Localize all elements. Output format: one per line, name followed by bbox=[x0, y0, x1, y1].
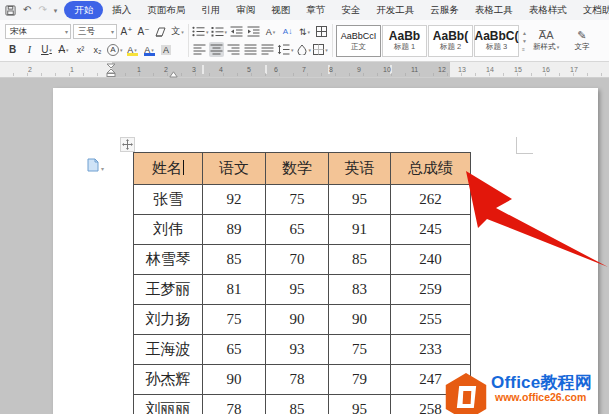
table-cell[interactable]: 262 bbox=[391, 185, 471, 215]
style-card[interactable]: AaBb(标题 2 bbox=[428, 25, 473, 57]
text-tool-button[interactable]: ✎ 文字 bbox=[570, 29, 593, 52]
column-header[interactable]: 总成绩 bbox=[391, 153, 471, 185]
column-header[interactable]: 数学 bbox=[266, 153, 329, 185]
borders-button[interactable]: ▾ bbox=[313, 42, 328, 57]
distribute-text-button[interactable] bbox=[260, 42, 275, 57]
table-cell[interactable]: 91 bbox=[329, 215, 391, 245]
menu-tab[interactable]: 视图 bbox=[263, 2, 298, 19]
align-right-button[interactable] bbox=[226, 42, 241, 57]
font-name-combobox[interactable]: 宋体▾ bbox=[5, 24, 71, 39]
table-cell[interactable]: 王海波 bbox=[134, 335, 203, 365]
table-cell[interactable]: 刘力扬 bbox=[134, 305, 203, 335]
paragraph-layout-button[interactable] bbox=[314, 24, 329, 39]
character-shading-button[interactable]: A bbox=[159, 42, 174, 57]
strikethrough-button[interactable]: A▾ bbox=[56, 42, 71, 57]
menu-tab[interactable]: 插入 bbox=[104, 2, 139, 19]
menu-tab[interactable]: 表格样式 bbox=[521, 2, 575, 19]
table-cell[interactable]: 259 bbox=[391, 275, 471, 305]
table-move-handle[interactable] bbox=[120, 137, 135, 152]
table-cell[interactable]: 65 bbox=[266, 215, 329, 245]
gallery-expand-icon[interactable]: ≡ bbox=[522, 46, 527, 52]
font-color-button[interactable]: A▾ bbox=[142, 42, 157, 57]
table-cell[interactable]: 孙杰辉 bbox=[134, 365, 203, 395]
table-cell[interactable]: 93 bbox=[266, 335, 329, 365]
table-cell[interactable]: 林雪琴 bbox=[134, 245, 203, 275]
align-center-button[interactable] bbox=[209, 42, 224, 57]
column-header[interactable]: 语文 bbox=[203, 153, 266, 185]
menu-tab[interactable]: 云服务 bbox=[422, 2, 467, 19]
table-cell[interactable]: 95 bbox=[329, 395, 391, 414]
table-cell[interactable]: 刘丽丽 bbox=[134, 395, 203, 414]
underline-button[interactable]: U▾ bbox=[39, 42, 54, 57]
table-cell[interactable]: 233 bbox=[391, 335, 471, 365]
table-cell[interactable]: 78 bbox=[203, 395, 266, 414]
italic-button[interactable]: I bbox=[22, 42, 37, 57]
shading-button[interactable]: ▾ bbox=[296, 42, 312, 57]
table-cell[interactable]: 81 bbox=[203, 275, 266, 305]
new-style-button[interactable]: A̅A 新样式 ▾ bbox=[529, 29, 563, 52]
decrease-indent-button[interactable] bbox=[229, 24, 244, 39]
paragraph-spacing-button[interactable]: ⇅▾ bbox=[297, 24, 312, 39]
scroll-up-icon[interactable]: ▲ bbox=[522, 30, 527, 36]
menu-tab[interactable]: 引用 bbox=[193, 2, 228, 19]
save-icon[interactable] bbox=[5, 5, 16, 16]
table-cell[interactable]: 王梦丽 bbox=[134, 275, 203, 305]
table-cell[interactable]: 255 bbox=[391, 305, 471, 335]
bold-button[interactable]: B bbox=[5, 42, 20, 57]
column-header[interactable]: 英语 bbox=[329, 153, 391, 185]
table-cell[interactable]: 90 bbox=[266, 305, 329, 335]
subscript-button[interactable]: x₂ bbox=[90, 42, 105, 57]
menu-tab[interactable]: 表格工具 bbox=[467, 2, 521, 19]
table-cell[interactable]: 85 bbox=[266, 395, 329, 414]
justify-button[interactable] bbox=[243, 42, 258, 57]
menu-tab[interactable]: 审阅 bbox=[228, 2, 263, 19]
numbered-list-button[interactable]: ▾ bbox=[211, 24, 228, 39]
highlight-color-button[interactable]: A▾ bbox=[125, 42, 140, 57]
table-cell[interactable]: 245 bbox=[391, 215, 471, 245]
menu-tab[interactable]: 章节 bbox=[298, 2, 333, 19]
horizontal-ruler[interactable]: 211234567891011121314151617 bbox=[0, 62, 609, 78]
undo-icon[interactable]: ↶ bbox=[23, 5, 31, 15]
menu-tab[interactable]: 开发工具 bbox=[368, 2, 422, 19]
table-cell[interactable]: 刘伟 bbox=[134, 215, 203, 245]
table-cell[interactable]: 95 bbox=[329, 185, 391, 215]
table-cell[interactable]: 75 bbox=[203, 305, 266, 335]
table-cell[interactable]: 70 bbox=[266, 245, 329, 275]
style-card[interactable]: AaBbCcI正文 bbox=[336, 25, 381, 57]
table-cell[interactable]: 90 bbox=[329, 305, 391, 335]
shrink-font-button[interactable]: A⁻ bbox=[136, 24, 151, 39]
clear-format-button[interactable] bbox=[153, 24, 168, 39]
scroll-down-icon[interactable]: ▼ bbox=[522, 38, 527, 44]
customize-toolbar-caret-icon[interactable]: ▾ bbox=[54, 7, 58, 14]
table-cell[interactable]: 89 bbox=[203, 215, 266, 245]
table-cell[interactable]: 85 bbox=[329, 245, 391, 275]
table-cell[interactable]: 78 bbox=[266, 365, 329, 395]
line-spacing-button[interactable]: ▾ bbox=[277, 42, 294, 57]
table-cell[interactable]: 75 bbox=[329, 335, 391, 365]
style-card[interactable]: AaBbC(标题 3 bbox=[474, 25, 519, 57]
text-direction-button[interactable]: A▾ bbox=[263, 24, 278, 39]
table-cell[interactable]: 75 bbox=[266, 185, 329, 215]
superscript-button[interactable]: x² bbox=[73, 42, 88, 57]
table-cell[interactable]: 83 bbox=[329, 275, 391, 305]
bullet-list-button[interactable]: ▾ bbox=[192, 24, 209, 39]
menu-tab[interactable]: 安全 bbox=[333, 2, 368, 19]
character-border-button[interactable]: A▾ bbox=[107, 42, 123, 57]
column-header[interactable]: 姓名 bbox=[134, 153, 203, 185]
table-cell[interactable]: 92 bbox=[203, 185, 266, 215]
table-cell[interactable]: 90 bbox=[203, 365, 266, 395]
menu-tab[interactable]: 开始 bbox=[64, 1, 103, 19]
table-cell[interactable]: 95 bbox=[266, 275, 329, 305]
table-cell[interactable]: 85 bbox=[203, 245, 266, 275]
gallery-scroll[interactable]: ▲ ▼ ≡ bbox=[520, 30, 529, 52]
pinyin-guide-button[interactable]: 文▾ bbox=[170, 24, 185, 39]
menu-tab[interactable]: 文档助手 bbox=[575, 2, 609, 19]
table-cell[interactable]: 79 bbox=[329, 365, 391, 395]
sort-button[interactable]: A↓ bbox=[280, 24, 295, 39]
increase-indent-button[interactable] bbox=[246, 24, 261, 39]
redo-icon[interactable]: ↷ bbox=[38, 5, 46, 15]
align-left-button[interactable] bbox=[192, 42, 207, 57]
table-cell[interactable]: 张雪 bbox=[134, 185, 203, 215]
paste-options-icon[interactable]: ▾ bbox=[87, 158, 104, 172]
grow-font-button[interactable]: A⁺ bbox=[119, 24, 134, 39]
